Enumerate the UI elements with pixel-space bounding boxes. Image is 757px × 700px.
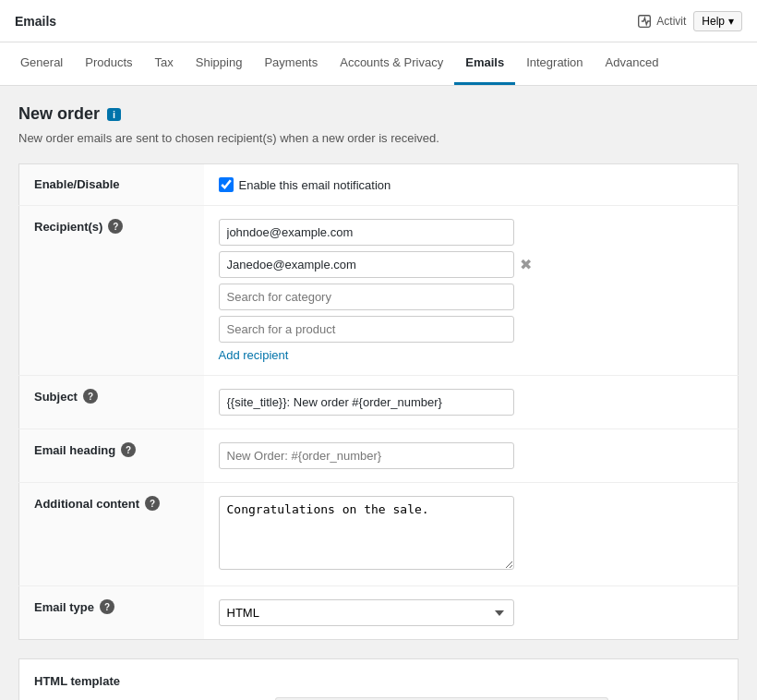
recipient-input-2[interactable] [219,251,514,278]
email-type-help-icon[interactable]: ? [100,599,114,614]
activity-label: Activit [656,15,686,28]
additional-content-help-icon[interactable]: ? [145,496,160,511]
chevron-down-icon: ▾ [728,15,734,28]
page-title: Emails [15,14,56,29]
enable-disable-checkbox-wrap: Enable this email notification [219,177,724,192]
subject-label: Subject [34,390,78,404]
additional-content-row: Additional content ? Congratulations on … [19,483,739,586]
recipients-label: Recipient(s) [34,220,102,234]
activity-icon-wrap: Activit [636,13,686,30]
subject-input[interactable] [219,389,514,416]
html-template-title: HTML template [34,674,723,688]
topbar: Emails Activit Help ▾ [0,0,757,42]
recipient-row-category [219,284,724,310]
topbar-right: Activit Help ▾ [636,11,742,31]
section-title: New order [18,104,100,124]
recipient-row-1 [219,219,724,246]
remove-recipient-button[interactable]: ✖ [520,258,532,272]
tab-emails[interactable]: Emails [454,42,515,85]
section-heading: New order i [18,104,739,124]
email-type-label: Email type [34,600,94,614]
recipient-row-2: ✖ [219,251,724,278]
activity-icon [636,13,653,30]
main-content: New order i New order emails are sent to… [0,86,757,700]
email-heading-help-icon[interactable]: ? [121,442,136,457]
email-heading-row: Email heading ? [19,429,739,483]
tab-general[interactable]: General [9,42,74,85]
enable-disable-checkbox-label: Enable this email notification [239,178,391,192]
html-template-section: HTML template To override and edit this … [18,658,739,700]
add-recipient-link[interactable]: Add recipient [219,348,724,362]
product-search-input[interactable] [219,316,514,343]
tab-accounts-privacy[interactable]: Accounts & Privacy [329,42,454,85]
settings-table: Enable/Disable Enable this email notific… [18,163,739,640]
enable-disable-label: Enable/Disable [34,177,119,191]
section-description: New order emails are sent to chosen reci… [18,131,739,145]
recipients-row: Recipient(s) ? ✖ [19,206,739,376]
email-heading-label-wrap: Email heading ? [34,442,189,457]
email-type-label-wrap: Email type ? [34,599,189,614]
additional-content-label-wrap: Additional content ? [34,496,189,511]
subject-label-wrap: Subject ? [34,389,189,404]
email-type-row: Email type ? HTML Plain text Multipart [19,586,739,640]
recipients-label-wrap: Recipient(s) ? [34,219,189,234]
help-button[interactable]: Help ▾ [693,11,742,31]
recipients-help-icon[interactable]: ? [108,219,123,234]
tab-advanced[interactable]: Advanced [595,42,670,85]
email-type-select[interactable]: HTML Plain text Multipart [219,599,514,626]
enable-disable-checkbox[interactable] [219,177,234,192]
additional-content-label: Additional content [34,497,139,511]
recipient-input-1[interactable] [219,219,514,246]
tab-products[interactable]: Products [74,42,143,85]
recipient-row-product [219,316,724,343]
tab-navigation: General Products Tax Shipping Payments A… [0,42,757,86]
subject-row: Subject ? [19,376,739,429]
tab-payments[interactable]: Payments [253,42,329,85]
tab-integration[interactable]: Integration [515,42,594,85]
enable-disable-row: Enable/Disable Enable this email notific… [19,164,739,206]
email-heading-label: Email heading [34,443,115,457]
tab-shipping[interactable]: Shipping [185,42,254,85]
additional-content-textarea[interactable]: Congratulations on the sale. [219,496,514,570]
recipients-wrap: ✖ Add recipient [219,219,724,362]
email-heading-input[interactable] [219,442,514,469]
subject-help-icon[interactable]: ? [83,389,98,404]
category-search-input[interactable] [219,284,514,310]
tab-tax[interactable]: Tax [144,42,185,85]
info-badge[interactable]: i [107,108,121,121]
